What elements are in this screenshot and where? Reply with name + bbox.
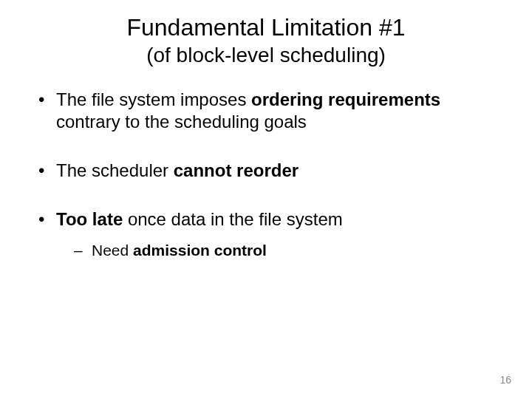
bullet-item-1: The file system imposes ordering require… [35, 89, 502, 133]
text: contrary to the scheduling goals [56, 112, 307, 132]
text: The scheduler [56, 160, 174, 180]
text: once data in the file system [123, 209, 343, 229]
text-bold: cannot reorder [174, 160, 299, 180]
slide-subtitle: (of block-level scheduling) [30, 43, 502, 68]
bullet-list: The file system imposes ordering require… [35, 89, 502, 260]
slide: Fundamental Limitation #1 (of block-leve… [0, 0, 532, 399]
text-bold: admission control [133, 242, 267, 259]
text: Need [92, 242, 133, 259]
bullet-item-3: Too late once data in the file system Ne… [35, 208, 502, 260]
text-bold: ordering requirements [251, 89, 440, 109]
text: The file system imposes [56, 89, 251, 109]
sub-bullet-list: Need admission control [74, 241, 502, 260]
bullet-item-2: The scheduler cannot reorder [35, 160, 502, 182]
slide-title: Fundamental Limitation #1 [30, 13, 502, 41]
text-bold: Too late [56, 209, 123, 229]
page-number: 16 [499, 374, 511, 386]
sub-bullet-item: Need admission control [74, 241, 502, 260]
